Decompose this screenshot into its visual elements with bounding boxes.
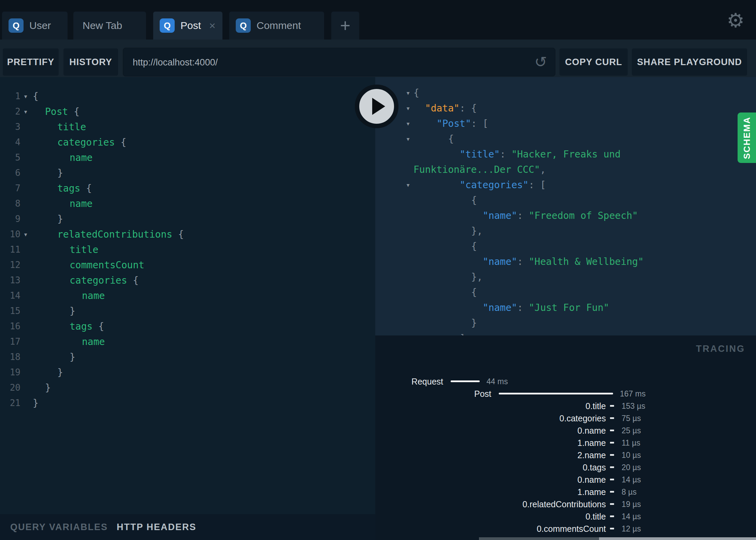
fold-spacer <box>20 303 31 319</box>
fold-arrow-icon[interactable]: ▾ <box>20 89 31 104</box>
code-token: tags <box>57 183 80 194</box>
fold-arrow-icon[interactable]: ▾ <box>404 101 412 116</box>
line-number: 19 <box>0 365 20 380</box>
response-line: "title": "Hacker, Freaks und <box>375 147 756 162</box>
line-number: 16 <box>0 319 20 334</box>
add-tab-button[interactable]: + <box>331 12 359 40</box>
code-token: "data" <box>425 103 460 114</box>
fold-arrow-icon[interactable]: ▾ <box>404 116 412 131</box>
fold-arrow-icon[interactable]: ▾ <box>404 131 412 147</box>
response-line: "name": "Just For Fun" <box>375 300 756 315</box>
schema-sidebar-tab[interactable]: SCHEMA <box>738 112 756 163</box>
line-number: 18 <box>0 349 20 365</box>
http-headers-tab[interactable]: HTTP HEADERS <box>117 522 197 532</box>
trace-duration-bar <box>610 491 614 493</box>
trace-duration-bar <box>610 466 614 468</box>
tab-comment[interactable]: QComment <box>229 12 324 40</box>
tab-new-tab[interactable]: New Tab <box>73 12 146 40</box>
code-token: "Hacker, Freaks und <box>511 149 621 160</box>
tracing-scrollbar-track[interactable] <box>479 537 599 540</box>
query-variables-tab[interactable]: QUERY VARIABLES <box>10 522 108 532</box>
fold-spacer <box>20 395 31 411</box>
fold-spacer <box>20 181 31 196</box>
code-token: : <box>517 210 529 221</box>
code-token: title <box>57 121 86 133</box>
code-token: } <box>33 397 39 409</box>
settings-gear-icon[interactable]: ⚙ <box>726 10 745 31</box>
line-number: 20 <box>0 380 20 395</box>
trace-duration-bar <box>610 442 614 444</box>
tab-post[interactable]: QPost× <box>153 12 222 40</box>
fold-spacer <box>20 257 31 273</box>
query-line: 16tags { <box>0 319 375 334</box>
trace-label: 1.name <box>375 486 606 498</box>
code-token: } <box>57 213 63 225</box>
code-token: ] <box>460 333 465 335</box>
line-number: 10 <box>0 227 20 242</box>
fold-spacer <box>20 242 31 257</box>
schema-tab-label: SCHEMA <box>742 117 752 159</box>
prettify-button[interactable]: PRETTIFY <box>3 48 59 76</box>
response-line: }, <box>375 269 756 285</box>
query-line: 6} <box>0 165 375 181</box>
code-token: { <box>471 195 477 206</box>
refresh-schema-icon[interactable]: ↺ <box>533 53 549 71</box>
line-number: 13 <box>0 273 20 288</box>
query-line: 10▾relatedContributions { <box>0 227 375 242</box>
query-line: 17name <box>0 334 375 349</box>
tracing-scrollbar-thumb[interactable] <box>599 537 756 540</box>
code-token: { <box>127 275 139 286</box>
trace-resolver-row: 0.categories75 µs <box>375 412 756 424</box>
code-token: "Post" <box>437 118 471 129</box>
trace-duration-value: 44 ms <box>486 375 508 388</box>
endpoint-url-input[interactable] <box>132 48 526 77</box>
trace-resolver-row: 0.name25 µs <box>375 424 756 437</box>
trace-timeline-row: Request44 ms <box>375 375 756 388</box>
code-token: { <box>115 137 127 148</box>
tab-label: New Tab <box>83 20 122 31</box>
query-line: 14name <box>0 288 375 303</box>
fold-arrow-icon[interactable]: ▾ <box>404 85 412 101</box>
history-button[interactable]: HISTORY <box>63 48 118 76</box>
query-line: 2▾Post { <box>0 104 375 119</box>
trace-resolver-row: 2.name10 µs <box>375 449 756 461</box>
code-token: } <box>57 367 63 378</box>
query-line: 8name <box>0 196 375 211</box>
fold-spacer <box>20 150 31 165</box>
share-playground-button[interactable]: SHARE PLAYGROUND <box>632 48 747 76</box>
trace-resolver-row: 1.name11 µs <box>375 437 756 449</box>
tab-user[interactable]: QUser <box>2 12 68 40</box>
code-token: { <box>33 91 39 102</box>
fold-arrow-icon[interactable]: ▾ <box>404 177 412 193</box>
fold-arrow-icon[interactable]: ▾ <box>20 227 31 242</box>
trace-resolver-row: 0.name14 µs <box>375 474 756 486</box>
fold-arrow-icon[interactable]: ▾ <box>20 104 31 119</box>
line-number: 2 <box>0 104 20 119</box>
query-line: 9} <box>0 211 375 227</box>
tab-label: Comment <box>257 20 301 31</box>
response-line: Funktionäre...Der CCC", <box>375 162 756 177</box>
execute-query-button[interactable] <box>355 85 398 128</box>
code-token: "Just For Fun" <box>529 302 609 313</box>
trace-label: 0.name <box>375 474 606 486</box>
query-editor[interactable]: 1▾{2▾Post {3title4categories {5name6}7ta… <box>0 77 375 514</box>
line-number: 15 <box>0 303 20 319</box>
trace-timeline-row: Post167 ms <box>375 388 756 400</box>
trace-duration-value: 11 µs <box>622 437 640 449</box>
copy-curl-button[interactable]: COPY CURL <box>559 48 628 76</box>
line-number: 9 <box>0 211 20 227</box>
line-number: 3 <box>0 119 20 135</box>
response-line: ▾"data": { <box>375 101 756 116</box>
query-line: 11title <box>0 242 375 257</box>
trace-duration-bar <box>610 528 614 529</box>
code-token: "title" <box>460 149 500 160</box>
code-token: "categories" <box>460 179 528 191</box>
code-token: Funktionäre...Der CCC" <box>413 164 540 175</box>
trace-duration-bar <box>610 430 614 431</box>
trace-resolver-row: 1.name8 µs <box>375 486 756 498</box>
response-line: ▾{ <box>375 85 756 101</box>
response-line: { <box>375 239 756 254</box>
code-token: name <box>70 198 92 209</box>
top-bar: QUserNew TabQPost×QComment + ⚙ <box>0 0 756 40</box>
close-tab-icon[interactable]: × <box>209 20 216 31</box>
